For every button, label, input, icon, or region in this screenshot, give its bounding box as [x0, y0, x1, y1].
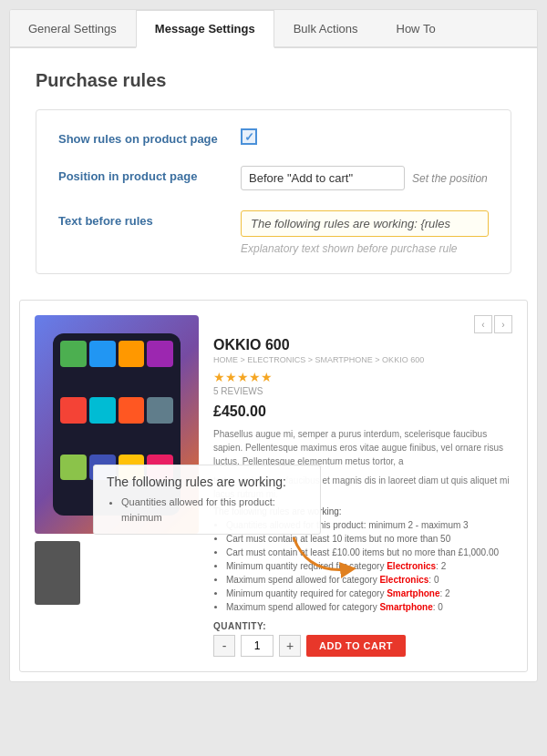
reviews-text: 5 REVIEWS: [213, 386, 512, 396]
tab-general-settings[interactable]: General Settings: [10, 10, 136, 46]
tab-how-to[interactable]: How To: [377, 10, 455, 46]
rule-item-4: Minimum quantity required for category E…: [226, 560, 512, 573]
quantity-section: QUANTITY: - + ADD TO CART: [213, 621, 512, 657]
set-position-link[interactable]: Set the position: [412, 172, 488, 185]
tabs-bar: General Settings Message Settings Bulk A…: [10, 10, 537, 48]
next-arrow[interactable]: ›: [494, 315, 512, 333]
product-thumbnail[interactable]: [35, 541, 80, 605]
product-price: £450.00: [213, 404, 512, 420]
rules-overlay: The following rules are working: Quantit…: [93, 465, 321, 535]
page-title: Purchase rules: [36, 70, 511, 91]
rules-overlay-title: The following rules are working:: [107, 475, 307, 489]
show-rules-row: Show rules on product page: [58, 128, 489, 146]
product-description: Phasellus augue mi, semper a purus inter…: [213, 427, 512, 468]
rules-overlay-item-1: Quantities allowed for this product: min…: [121, 495, 307, 525]
highlight-electronics-2: Electronics: [379, 575, 428, 585]
add-to-cart-button[interactable]: ADD TO CART: [306, 635, 406, 657]
quantity-minus-button[interactable]: -: [213, 635, 235, 657]
quantity-label: QUANTITY:: [213, 621, 512, 631]
highlight-electronics-1: Electronics: [387, 561, 436, 571]
show-rules-checkbox[interactable]: [241, 128, 257, 145]
arrow-annotation: [289, 528, 362, 586]
quantity-plus-button[interactable]: +: [279, 635, 301, 657]
position-control: Before "Add to cart" After "Add to cart"…: [241, 166, 489, 190]
show-rules-label: Show rules on product page: [58, 128, 241, 146]
position-label: Position in product page: [58, 166, 241, 183]
tab-bulk-actions[interactable]: Bulk Actions: [274, 10, 377, 46]
tab-message-settings[interactable]: Message Settings: [136, 10, 274, 48]
show-rules-control: [241, 128, 489, 145]
quantity-input[interactable]: [241, 635, 274, 657]
rule-item-2: Cart must contain at least 10 items but …: [226, 533, 512, 546]
product-preview: ‹ › OKKIO 600 HOME > ELECTRONICS > SMART…: [20, 301, 527, 671]
rule-item-5: Maximum spend allowed for category Elect…: [226, 574, 512, 587]
rule-item-6: Minimum quantity required for category S…: [226, 587, 512, 600]
highlight-smartphone-2: Smartphone: [379, 602, 432, 612]
text-before-control: Explanatory text shown before purchase r…: [241, 210, 489, 255]
explanatory-text: Explanatory text shown before purchase r…: [241, 242, 489, 255]
quantity-controls: - + ADD TO CART: [213, 635, 512, 657]
prev-arrow[interactable]: ‹: [474, 315, 492, 333]
text-before-row: Text before rules Explanatory text shown…: [58, 210, 489, 255]
product-stars: ★★★★★: [213, 370, 512, 384]
settings-section: Purchase rules Show rules on product pag…: [10, 48, 537, 300]
text-before-input[interactable]: [241, 210, 489, 237]
rule-item-7: Maximum spend allowed for category Smart…: [226, 601, 512, 614]
highlight-smartphone-1: Smartphone: [387, 588, 439, 598]
text-before-label: Text before rules: [58, 210, 241, 228]
rule-item-3: Cart must contain at least £10.00 items …: [226, 547, 512, 559]
position-select[interactable]: Before "Add to cart" After "Add to cart"…: [241, 166, 405, 190]
product-breadcrumb: HOME > ELECTRONICS > SMARTPHONE > OKKIO …: [213, 355, 512, 364]
position-row: Position in product page Before "Add to …: [58, 166, 489, 190]
product-name: OKKIO 600: [213, 337, 512, 353]
settings-card: Show rules on product page Position in p…: [36, 109, 511, 274]
preview-section: ‹ › OKKIO 600 HOME > ELECTRONICS > SMART…: [19, 300, 528, 672]
